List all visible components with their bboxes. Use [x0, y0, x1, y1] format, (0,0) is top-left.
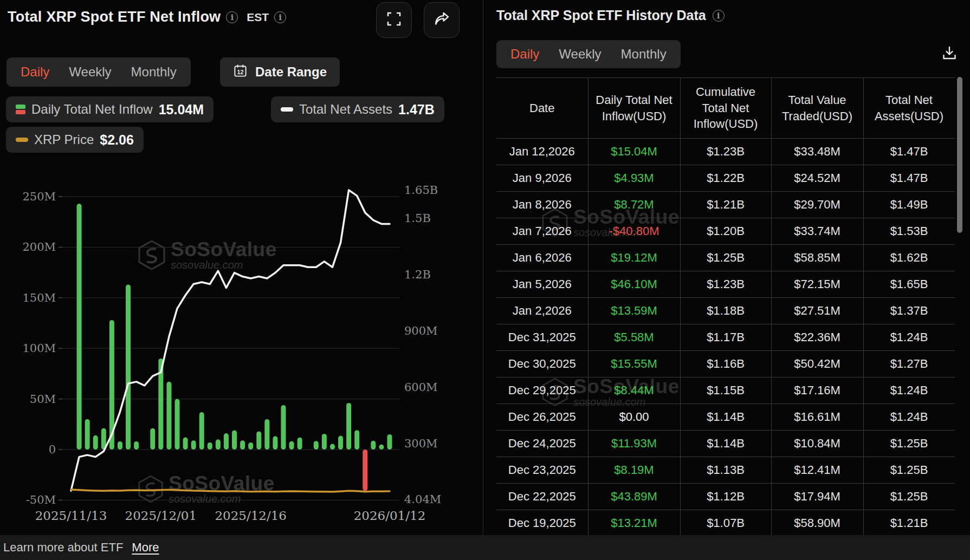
table-cell-cumulative: $1.15B	[680, 377, 771, 404]
tab-daily[interactable]: Daily	[510, 47, 539, 62]
table-cell-date: Jan 9,2026	[496, 165, 588, 192]
table-header: Total Net Assets(USD)	[863, 78, 955, 139]
table-row: Dec 19,2025$13.21M$1.07B$58.90M$1.21B	[496, 510, 955, 536]
table-cell-date: Jan 5,2026	[496, 271, 588, 298]
table-cell-traded: $29.70M	[771, 192, 863, 218]
table-cell-cumulative: $1.14B	[680, 404, 771, 431]
table-cell-daily: $43.89M	[588, 484, 680, 510]
table-cell-traded: $58.90M	[771, 510, 863, 536]
table-cell-date: Dec 19,2025	[496, 510, 588, 536]
history-title: Total XRP Spot ETF History Data	[496, 8, 706, 23]
svg-text:900M: 900M	[404, 324, 438, 337]
table-cell-daily: $8.19M	[588, 457, 680, 484]
table-cell-assets: $1.24B	[863, 377, 955, 404]
table-cell-traded: $33.74M	[771, 218, 863, 245]
table-cell-assets: $1.25B	[863, 431, 955, 457]
table-header: Date	[496, 78, 588, 139]
table-cell-traded: $17.94M	[771, 484, 863, 510]
table-cell-traded: $17.16M	[771, 377, 863, 404]
table-row: Jan 2,2026$13.59M$1.18B$27.51M$1.37B	[496, 298, 955, 324]
panel-divider	[483, 0, 483, 535]
table-header: Total Value Traded(USD)	[771, 78, 863, 139]
table-header: Daily Total Net Inflow(USD)	[588, 78, 680, 139]
table-cell-date: Dec 30,2025	[496, 351, 588, 377]
table-row: Dec 26,2025$0.00$1.14B$16.61M$1.24B	[496, 404, 955, 431]
table-row: Jan 5,2026$46.10M$1.23B$72.15M$1.65B	[496, 271, 955, 298]
table-cell-assets: $1.24B	[863, 404, 955, 431]
svg-text:0: 0	[49, 443, 56, 456]
table-cell-daily: $15.04M	[588, 139, 680, 165]
download-icon	[941, 45, 958, 63]
table-cell-cumulative: $1.22B	[680, 165, 771, 192]
table-cell-traded: $72.15M	[771, 271, 863, 298]
table-cell-daily: $13.21M	[588, 510, 680, 536]
download-button[interactable]	[940, 44, 959, 64]
table-row: Jan 12,2026$15.04M$1.23B$33.48M$1.47B	[496, 139, 955, 165]
svg-text:4.04M: 4.04M	[404, 493, 441, 506]
svg-text:2025/11/13: 2025/11/13	[35, 509, 107, 523]
table-cell-assets: $1.37B	[863, 298, 955, 324]
table-cell-traded: $50.42M	[771, 351, 863, 377]
table-cell-cumulative: $1.23B	[680, 271, 771, 298]
table-cell-assets: $1.49B	[863, 192, 955, 218]
table-cell-date: Jan 6,2026	[496, 245, 588, 271]
table-cell-cumulative: $1.14B	[680, 431, 771, 457]
svg-text:300M: 300M	[404, 437, 438, 450]
table-cell-date: Dec 22,2025	[496, 484, 588, 510]
table-cell-daily: $19.12M	[588, 245, 680, 271]
table-row: Jan 7,2026-$40.80M$1.20B$33.74M$1.53B	[496, 218, 955, 245]
table-cell-traded: $10.84M	[771, 431, 863, 457]
xrp-etf-dashboard: Total XRP Spot ETF Net Inflow i EST i Da…	[0, 0, 970, 560]
footer-more-link[interactable]: More	[132, 541, 159, 555]
tab-weekly[interactable]: Weekly	[559, 47, 601, 62]
table-scrollbar[interactable]	[957, 77, 962, 233]
table-cell-traded: $58.85M	[771, 245, 863, 271]
table-cell-daily: $15.55M	[588, 351, 680, 377]
svg-text:2025/12/16: 2025/12/16	[215, 509, 287, 523]
svg-text:1.5B: 1.5B	[404, 212, 431, 225]
svg-text:-50M: -50M	[26, 493, 56, 506]
tab-monthly[interactable]: Monthly	[621, 47, 667, 62]
table-cell-assets: $1.24B	[863, 324, 955, 351]
table-cell-date: Jan 12,2026	[496, 139, 588, 165]
table-cell-daily: $5.58M	[588, 324, 680, 351]
table-cell-date: Dec 31,2025	[496, 324, 588, 351]
table-cell-cumulative: $1.18B	[680, 298, 771, 324]
table-cell-assets: $1.47B	[863, 165, 955, 192]
history-table: DateDaily Total Net Inflow(USD)Cumulativ…	[496, 77, 955, 535]
etf-net-inflow-chart: 250M200M150M100M50M0-50M1.65B1.5B1.2B900…	[0, 0, 484, 535]
svg-text:150M: 150M	[22, 291, 56, 304]
table-cell-cumulative: $1.13B	[680, 457, 771, 484]
table-cell-cumulative: $1.23B	[680, 139, 771, 165]
table-cell-cumulative: $1.17B	[680, 324, 771, 351]
table-row: Dec 30,2025$15.55M$1.16B$50.42M$1.27B	[496, 351, 955, 377]
svg-text:250M: 250M	[22, 190, 56, 203]
table-cell-assets: $1.25B	[863, 484, 955, 510]
table-cell-daily: $4.93M	[588, 165, 680, 192]
svg-text:1.65B: 1.65B	[404, 184, 438, 197]
footer-text: Learn more about ETF	[3, 541, 123, 555]
table-cell-traded: $24.52M	[771, 165, 863, 192]
table-cell-daily: $8.72M	[588, 192, 680, 218]
table-row: Jan 8,2026$8.72M$1.21B$29.70M$1.49B	[496, 192, 955, 218]
table-cell-traded: $16.61M	[771, 404, 863, 431]
footer-bar: Learn more about ETF More	[0, 535, 970, 560]
svg-text:200M: 200M	[22, 240, 56, 253]
table-cell-date: Dec 24,2025	[496, 431, 588, 457]
svg-text:2026/01/12: 2026/01/12	[354, 509, 426, 523]
svg-text:2025/12/01: 2025/12/01	[125, 509, 197, 523]
table-cell-daily: $11.93M	[588, 431, 680, 457]
table-cell-date: Jan 8,2026	[496, 192, 588, 218]
table-row: Jan 9,2026$4.93M$1.22B$24.52M$1.47B	[496, 165, 955, 192]
table-cell-daily: $46.10M	[588, 271, 680, 298]
svg-text:100M: 100M	[22, 342, 56, 355]
table-cell-assets: $1.21B	[863, 510, 955, 536]
table-cell-daily: $0.00	[588, 404, 680, 431]
table-row: Dec 23,2025$8.19M$1.13B$12.41M$1.25B	[496, 457, 955, 484]
table-header: Cumulative Total Net Inflow(USD)	[680, 78, 771, 139]
svg-text:50M: 50M	[30, 393, 56, 406]
info-icon[interactable]: i	[713, 10, 725, 22]
table-row: Dec 22,2025$43.89M$1.12B$17.94M$1.25B	[496, 484, 955, 510]
table-cell-traded: $22.36M	[771, 324, 863, 351]
table-cell-date: Dec 29,2025	[496, 377, 588, 404]
